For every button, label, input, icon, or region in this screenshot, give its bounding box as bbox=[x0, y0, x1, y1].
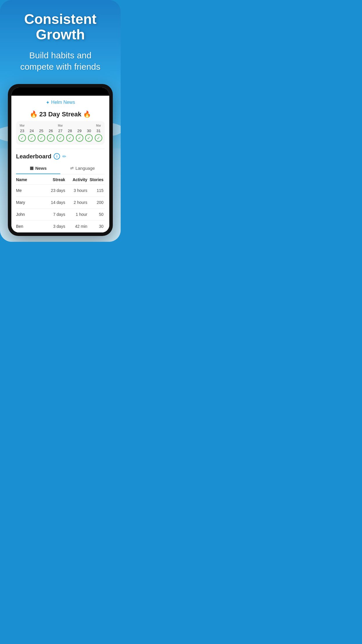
info-icon[interactable]: i bbox=[54, 153, 60, 160]
phone-mockup: ✦ Helm News 🔥 23 Day Streak 🔥 Mar 23 bbox=[8, 84, 113, 236]
edit-icon[interactable]: ✏ bbox=[62, 154, 66, 159]
tabs-row: ▦ News ⇄ Language bbox=[16, 163, 105, 174]
tab-news-label: News bbox=[35, 166, 47, 171]
phone-screen: ✦ Helm News 🔥 23 Day Streak 🔥 Mar 23 bbox=[11, 88, 109, 232]
subtitle: Build habits andcompete with friends bbox=[20, 50, 100, 72]
cell-stories-0: 115 bbox=[89, 184, 105, 196]
cell-stories-1: 200 bbox=[89, 196, 105, 208]
tab-news[interactable]: ▦ News bbox=[16, 163, 60, 174]
cal-day-2: 24 ✓ bbox=[28, 124, 36, 142]
cal-day-7: 29 ✓ bbox=[76, 124, 83, 142]
col-header-streak: Streak bbox=[47, 174, 66, 185]
leaderboard-table: Name Streak Activity Stories Me 23 days … bbox=[16, 174, 105, 232]
cal-day-8: 30 ✓ bbox=[85, 124, 93, 142]
cell-stories-3: 30 bbox=[89, 220, 105, 232]
leaderboard-header: Leaderboard i ✏ bbox=[16, 153, 105, 160]
table-row: Me 23 days 3 hours 115 bbox=[16, 184, 105, 196]
calendar-strip: Mar 23 ✓ 24 ✓ 25 bbox=[16, 121, 105, 145]
language-tab-icon: ⇄ bbox=[70, 166, 74, 170]
table-row: John 7 days 1 hour 50 bbox=[16, 208, 105, 220]
cell-name-2: John bbox=[16, 208, 47, 220]
cell-stories-2: 50 bbox=[89, 208, 105, 220]
screen-topbar bbox=[11, 88, 109, 96]
cal-day-1: Mar 23 ✓ bbox=[18, 124, 26, 142]
helm-icon: ✦ bbox=[46, 100, 50, 105]
main-title: Consistent Growth bbox=[6, 12, 115, 43]
col-header-activity: Activity bbox=[66, 174, 89, 185]
col-header-stories: Stories bbox=[89, 174, 105, 185]
cell-streak-1: 14 days bbox=[47, 196, 66, 208]
col-header-name: Name bbox=[16, 174, 47, 185]
cal-day-4: 26 ✓ bbox=[47, 124, 55, 142]
cal-day-6: 28 ✓ bbox=[66, 124, 74, 142]
cell-activity-3: 42 min bbox=[66, 220, 89, 232]
table-header: Name Streak Activity Stories bbox=[16, 174, 105, 185]
cell-streak-3: 3 days bbox=[47, 220, 66, 232]
cell-streak-0: 23 days bbox=[47, 184, 66, 196]
app-title-row: ✦ Helm News bbox=[11, 100, 109, 105]
table-row: Mary 14 days 2 hours 200 bbox=[16, 196, 105, 208]
tab-language-label: Language bbox=[75, 166, 95, 171]
streak-section: 🔥 23 Day Streak 🔥 Mar 23 ✓ 24 bbox=[11, 108, 109, 149]
cell-name-3: Ben bbox=[16, 220, 47, 232]
leaderboard-title: Leaderboard bbox=[16, 153, 51, 160]
cell-activity-2: 1 hour bbox=[66, 208, 89, 220]
app-screen: Consistent Growth Build habits andcompet… bbox=[0, 0, 121, 242]
tab-language[interactable]: ⇄ Language bbox=[60, 163, 105, 174]
cell-name-1: Mary bbox=[16, 196, 47, 208]
main-content: Consistent Growth Build habits andcompet… bbox=[0, 0, 121, 242]
streak-title: 🔥 23 Day Streak 🔥 bbox=[16, 111, 105, 118]
app-name: Helm News bbox=[51, 100, 75, 105]
app-header: ✦ Helm News bbox=[11, 96, 109, 108]
news-tab-icon: ▦ bbox=[30, 166, 34, 170]
cell-streak-2: 7 days bbox=[47, 208, 66, 220]
notch bbox=[49, 89, 72, 94]
table-row: Ben 3 days 42 min 30 bbox=[16, 220, 105, 232]
cal-day-3: 25 ✓ bbox=[38, 124, 45, 142]
cal-day-9: Mar 31 ✓ bbox=[95, 124, 102, 142]
screen-content: ✦ Helm News 🔥 23 Day Streak 🔥 Mar 23 bbox=[11, 96, 109, 232]
cal-day-5: Mar 27 ✓ bbox=[57, 124, 64, 142]
cell-activity-1: 2 hours bbox=[66, 196, 89, 208]
cell-name-0: Me bbox=[16, 184, 47, 196]
leaderboard-section: Leaderboard i ✏ ▦ News ⇄ bbox=[11, 149, 109, 232]
cell-activity-0: 3 hours bbox=[66, 184, 89, 196]
